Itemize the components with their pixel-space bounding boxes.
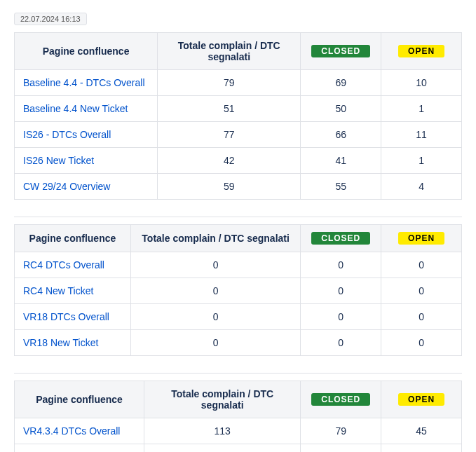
total-cell: 0 [130, 330, 300, 356]
col-header-closed: CLOSED [301, 381, 381, 418]
page-link[interactable]: RC4 New Ticket [23, 285, 93, 296]
total-cell: 79 [158, 70, 301, 96]
page-link[interactable]: Baseline 4.4 New Ticket [23, 103, 128, 114]
col-header-total: Totale complain / DTC segnalati [158, 33, 301, 70]
closed-cell: 50 [301, 96, 381, 122]
data-table: Pagine confluenceTotale complain / DTC s… [14, 381, 462, 452]
table-row: RC4 DTCs Overall000 [15, 252, 462, 278]
col-header-pages: Pagine confluence [15, 225, 131, 252]
col-header-total: Totale complain / DTC segnalati [144, 381, 301, 418]
col-header-closed: CLOSED [301, 33, 381, 70]
section-separator [14, 373, 462, 374]
total-cell: 0 [130, 304, 300, 330]
open-cell: 1 [381, 96, 462, 122]
open-cell: 0 [381, 304, 462, 330]
page-link[interactable]: RC4 DTCs Overall [23, 259, 104, 270]
total-cell: 59 [158, 174, 301, 200]
closed-cell: 55 [301, 174, 381, 200]
open-badge: OPEN [398, 45, 444, 57]
col-header-pages: Pagine confluence [15, 381, 144, 418]
timestamp: 22.07.2024 16:13 [14, 13, 87, 25]
page-link[interactable]: CW 29/24 Overview [23, 181, 110, 192]
open-badge: OPEN [398, 393, 444, 406]
page-link[interactable]: IS26 - DTCs Overall [23, 129, 111, 140]
page-link[interactable]: VR4.3.4 DTCs Overall [23, 425, 120, 437]
page-link[interactable]: VR18 New Ticket [23, 337, 98, 348]
col-header-pages: Pagine confluence [15, 33, 158, 70]
closed-cell: 79 [301, 418, 381, 444]
page-link[interactable]: IS26 New Ticket [23, 155, 94, 166]
col-header-closed: CLOSED [301, 225, 381, 252]
open-cell: 11 [381, 122, 462, 148]
open-cell: 0 [381, 330, 462, 356]
open-cell: 2 [381, 444, 462, 453]
closed-cell: 41 [301, 148, 381, 174]
page-link[interactable]: Baseline 4.4 - DTCs Overall [23, 77, 145, 88]
open-badge: OPEN [398, 232, 444, 245]
table-row: IS26 - DTCs Overall776611 [15, 122, 462, 148]
closed-cell: 66 [301, 122, 381, 148]
closed-badge: CLOSED [311, 232, 370, 245]
col-header-total: Totale complain / DTC segnalati [130, 225, 300, 252]
open-cell: 10 [381, 70, 462, 96]
table-row: IS26 New Ticket42411 [15, 148, 462, 174]
closed-cell: 41 [301, 444, 381, 453]
total-cell: 43 [144, 444, 301, 453]
open-cell: 4 [381, 174, 462, 200]
total-cell: 42 [158, 148, 301, 174]
data-table: Pagine confluenceTotale complain / DTC s… [14, 224, 462, 356]
table-row: Baseline 4.4 New Ticket51501 [15, 96, 462, 122]
section-separator [14, 217, 462, 217]
table-row: RC4 New Ticket000 [15, 278, 462, 304]
table-row: Baseline 4.4 - DTCs Overall796910 [15, 70, 462, 96]
closed-cell: 0 [301, 252, 381, 278]
page-link[interactable]: VR18 DTCs Overall [23, 311, 109, 322]
col-header-open: OPEN [381, 381, 462, 418]
col-header-open: OPEN [381, 33, 462, 70]
total-cell: 51 [158, 96, 301, 122]
open-cell: 0 [381, 252, 462, 278]
closed-cell: 69 [301, 70, 381, 96]
col-header-open: OPEN [381, 225, 462, 252]
table-row: VR4.3.4 New Ticket43412 [15, 444, 462, 453]
table-row: VR4.3.4 DTCs Overall1137945 [15, 418, 462, 444]
closed-cell: 0 [301, 278, 381, 304]
data-table: Pagine confluenceTotale complain / DTC s… [14, 32, 462, 200]
closed-cell: 0 [301, 330, 381, 356]
total-cell: 0 [130, 252, 300, 278]
open-cell: 0 [381, 278, 462, 304]
closed-badge: CLOSED [311, 45, 370, 57]
table-row: VR18 New Ticket000 [15, 330, 462, 356]
total-cell: 77 [158, 122, 301, 148]
closed-cell: 0 [301, 304, 381, 330]
open-cell: 45 [381, 418, 462, 444]
closed-badge: CLOSED [311, 393, 370, 406]
table-row: VR18 DTCs Overall000 [15, 304, 462, 330]
total-cell: 0 [130, 278, 300, 304]
total-cell: 113 [144, 418, 301, 444]
open-cell: 1 [381, 148, 462, 174]
table-row: CW 29/24 Overview59554 [15, 174, 462, 200]
